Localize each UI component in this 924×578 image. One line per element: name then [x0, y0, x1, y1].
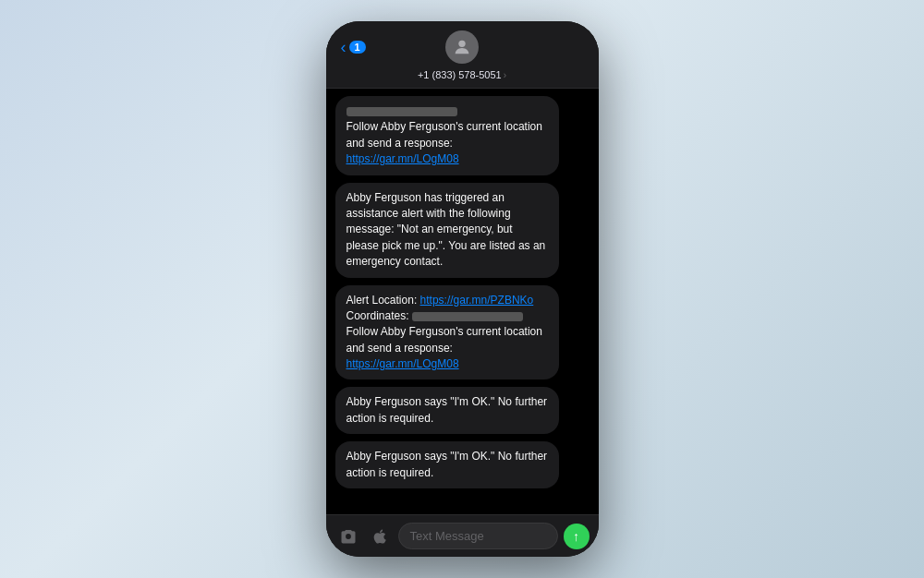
messages-area: Follow Abby Ferguson's current location … — [326, 89, 599, 514]
back-badge: 1 — [349, 41, 366, 54]
detail-chevron-icon: › — [504, 70, 506, 80]
message-bubble: Abby Ferguson has triggered an assistanc… — [335, 183, 559, 278]
appstore-button[interactable] — [367, 524, 393, 549]
back-chevron-icon: ‹ — [341, 39, 346, 55]
message-link[interactable]: https://gar.mn/PZBNKo — [420, 294, 534, 307]
phone-number-text: +1 (833) 578-5051 — [418, 69, 502, 80]
message-text: Alert Location: https://gar.mn/PZBNKo Co… — [346, 293, 548, 373]
camera-button[interactable] — [335, 524, 361, 549]
back-button[interactable]: ‹ 1 — [341, 39, 366, 55]
message-link[interactable]: https://gar.mn/LOgM08 — [346, 357, 459, 370]
message-bubble: Abby Ferguson says "I'm OK." No further … — [335, 387, 559, 434]
phone-frame: ‹ 1 +1 (833) 578-5051 › Follow Ab — [326, 21, 599, 557]
input-bar: Text Message ↑ — [326, 514, 599, 557]
send-arrow-icon: ↑ — [573, 530, 579, 543]
message-text: Follow Abby Ferguson's current location … — [346, 103, 548, 168]
message-text: Abby Ferguson has triggered an assistanc… — [346, 190, 548, 271]
redacted-content — [346, 107, 457, 116]
message-text: Abby Ferguson says "I'm OK." No further … — [346, 449, 548, 481]
message-bubble: Follow Abby Ferguson's current location … — [335, 96, 559, 175]
camera-icon — [339, 527, 358, 546]
message-bubble: Alert Location: https://gar.mn/PZBNKo Co… — [335, 285, 559, 380]
svg-point-0 — [458, 41, 465, 47]
message-bubble: Abby Ferguson says "I'm OK." No further … — [335, 441, 559, 488]
message-link[interactable]: https://gar.mn/LOgM08 — [346, 152, 459, 165]
message-text: Abby Ferguson says "I'm OK." No further … — [346, 394, 548, 427]
appstore-icon — [371, 527, 389, 546]
avatar — [445, 30, 479, 64]
text-input[interactable]: Text Message — [398, 523, 558, 549]
text-message-placeholder: Text Message — [410, 529, 484, 543]
contact-avatar-container[interactable] — [445, 30, 479, 64]
person-icon — [452, 37, 472, 57]
message-header: ‹ 1 +1 (833) 578-5051 › — [326, 21, 599, 89]
redacted-coords — [412, 312, 523, 321]
phone-number-display[interactable]: +1 (833) 578-5051 › — [418, 69, 506, 80]
send-button[interactable]: ↑ — [564, 524, 590, 549]
